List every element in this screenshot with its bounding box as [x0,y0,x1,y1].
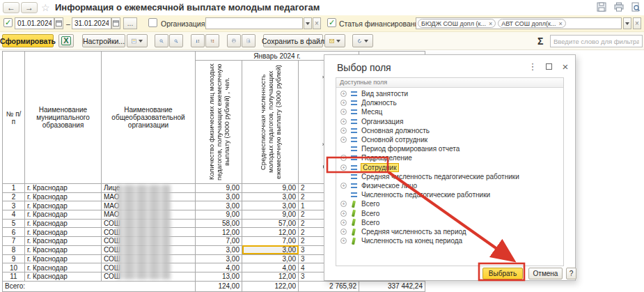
tree-item[interactable]: +Подразделение [336,153,563,162]
row-number-cell[interactable]: 3 [3,201,25,210]
tree-item[interactable]: Период формирования отчета [336,144,563,153]
sort-desc-button[interactable] [205,34,219,47]
count-cell[interactable]: 4,00 [196,263,242,272]
avg-count-cell[interactable]: 3,00 [242,254,299,263]
row-number-cell[interactable]: 9 [3,254,25,263]
save-icon[interactable] [595,1,608,13]
row-number-cell[interactable]: 2 [3,192,25,201]
count-cell[interactable]: 9,00 [196,210,242,220]
expand-icon[interactable]: + [340,229,347,235]
period-more-button[interactable]: ... [123,17,137,29]
cancel-button[interactable]: Отмена [528,268,563,279]
refresh-button[interactable] [352,34,373,47]
organization-dropdown-icon[interactable] [304,17,312,29]
count-cell[interactable]: 3,00 [196,192,242,201]
totals-avg[interactable]: 122,00 [242,281,299,291]
tree-item[interactable]: +Численность на конец периода [336,236,563,245]
preview-icon[interactable] [629,1,642,13]
generate-button[interactable]: Сформировать [2,34,54,47]
tree-item[interactable]: +Всего [336,209,563,218]
municipality-cell[interactable]: г. Краснодар [25,272,102,281]
report-variants-button[interactable] [127,34,148,47]
period-checkbox[interactable]: ✓ [3,18,13,27]
avg-count-cell[interactable]: 4,00 [242,263,299,272]
financing-tags[interactable]: БЮДЖ СОШ допл (к...×АВТ СОШ допл(к...× [416,17,622,29]
financing-tag[interactable]: АВТ СОШ допл(к...× [498,19,566,28]
avg-count-cell[interactable]: 9,00 [242,184,299,193]
date-from-calendar-icon[interactable] [54,17,63,29]
expand-icon[interactable]: + [340,91,347,97]
count-cell[interactable]: 3,00 [196,254,242,263]
avg-count-cell[interactable]: 3,00 [242,245,299,254]
row-number-cell[interactable]: 5 [3,219,25,228]
count-cell[interactable]: 3,00 [196,201,242,210]
municipality-cell[interactable]: г. Краснодар [25,219,102,228]
tree-item[interactable]: +Всего [336,199,563,208]
date-to-input[interactable] [72,17,111,29]
select-button[interactable]: Выбрать [482,268,523,279]
row-number-cell[interactable]: 1 [3,184,25,193]
totals-sum[interactable]: 337 442,24 [359,281,425,291]
avg-count-cell[interactable]: 3,00 [242,192,299,201]
expand-icon[interactable]: + [340,155,347,161]
municipality-cell[interactable]: г. Краснодар [25,192,102,201]
expand-icon[interactable]: + [340,109,347,115]
tree-item[interactable]: +Основной сотрудник [336,135,563,144]
avg-count-cell[interactable]: 9,00 [242,210,299,220]
send-mail-button[interactable] [324,34,345,47]
expand-icon[interactable]: + [340,238,347,244]
tree-item[interactable]: +Должность [336,98,563,107]
tree-item[interactable]: +Вид занятости [336,89,563,98]
avg-count-cell[interactable]: 57,00 [242,219,299,228]
excel-button[interactable]: X [58,34,74,47]
municipality-cell[interactable]: г. Краснодар [25,245,102,254]
row-number-cell[interactable]: 6 [3,228,25,237]
count-cell[interactable]: 7,00 [196,237,242,246]
municipality-cell[interactable]: г. Краснодар [25,210,102,220]
avg-count-cell[interactable]: 12,00 [242,228,299,237]
organization-input[interactable] [205,17,303,29]
financing-tag[interactable]: БЮДЖ СОШ допл (к...× [418,19,496,28]
date-to-calendar-icon[interactable] [111,17,120,29]
municipality-cell[interactable]: г. Краснодар [25,237,102,246]
search-button[interactable] [155,34,168,47]
row-number-cell[interactable]: 8 [3,245,25,254]
dialog-menu-icon[interactable]: ⋮ [526,61,539,72]
expand-icon[interactable]: + [340,201,347,207]
sort-asc-button[interactable] [191,34,205,47]
back-icon[interactable]: ← [3,2,19,13]
expand-icon[interactable]: + [340,137,347,143]
municipality-cell[interactable]: г. Краснодар [25,201,102,210]
avg-count-cell[interactable]: 7,00 [242,237,299,246]
expand-icon[interactable]: + [340,183,347,189]
print-button[interactable] [227,34,241,47]
count-cell[interactable]: 58,00 [196,219,242,228]
sum-sigma-icon[interactable]: Σ [537,36,543,47]
tree-item[interactable]: +Основная должность [336,126,563,135]
row-number-cell[interactable]: 4 [3,210,25,220]
count-cell[interactable]: 3,00 [196,245,242,254]
tag-remove-icon[interactable]: × [489,20,492,27]
financing-checkbox[interactable]: ✓ [327,18,336,27]
settings-button[interactable]: Настройки... [82,34,125,47]
dialog-close-icon[interactable]: × [559,61,572,72]
print-icon[interactable] [613,1,625,13]
financing-clear-icon[interactable]: × [633,17,641,29]
count-cell[interactable]: 9,00 [196,184,242,193]
tree-item[interactable]: +Средняя численность за период [336,227,563,236]
organization-clear-icon[interactable]: × [313,17,321,29]
tree-item[interactable]: +Сотрудник [336,163,563,172]
search-next-button[interactable] [169,34,183,47]
tree-item[interactable]: +Всего [336,218,563,227]
organization-checkbox[interactable] [148,18,157,27]
dialog-maximize-icon[interactable] [542,61,555,72]
tree-item[interactable]: +Организация [336,117,563,126]
expand-icon[interactable]: + [340,128,347,134]
tree-item[interactable]: Численность педагогические работники [336,190,563,199]
count-cell[interactable]: 12,00 [196,228,242,237]
row-number-cell[interactable]: 7 [3,237,25,246]
forward-icon[interactable]: → [21,2,38,13]
tree-item[interactable]: Средняя численность педагогические работ… [336,172,563,181]
expand-icon[interactable]: + [340,164,347,171]
totals-avg-size[interactable]: 2 765,92 [299,281,359,291]
